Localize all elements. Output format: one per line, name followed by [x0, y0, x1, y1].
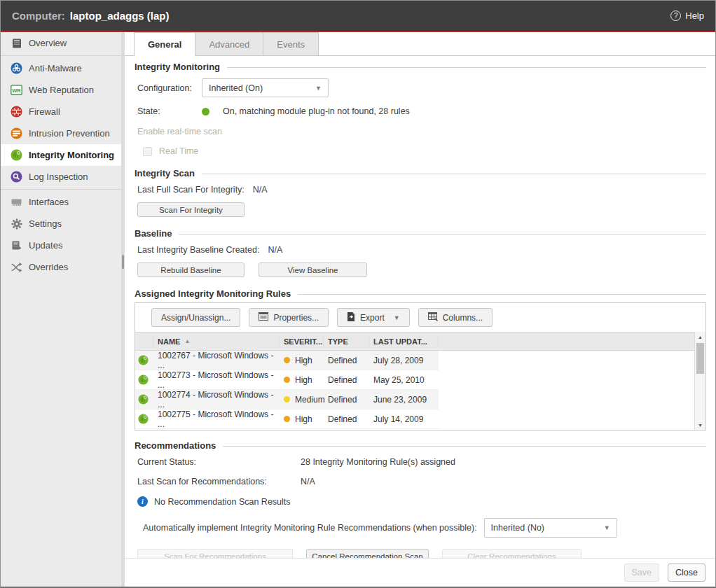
- sidebar-item-interfaces[interactable]: Interfaces: [1, 191, 121, 213]
- state-text: On, matching module plug-in not found, 2…: [223, 106, 410, 116]
- table-row[interactable]: 1002775 - Microsoft Windows - ...HighDef…: [135, 410, 694, 429]
- sidebar-item-label: Web Reputation: [29, 85, 94, 95]
- last-recommendation-scan-label: Last Scan for Recommendations:: [137, 477, 301, 486]
- properties-icon: [259, 312, 268, 323]
- computer-details-window: Computer: laptop_adaggs (lap) ? Help Ove…: [0, 0, 716, 588]
- chevron-down-icon: ▼: [394, 314, 400, 321]
- scan-for-recommendations-button[interactable]: Scan For Recommendations: [137, 549, 293, 558]
- chevron-down-icon: ▼: [315, 85, 322, 92]
- integrity-rule-icon: [135, 374, 153, 385]
- severity-dot: [284, 377, 290, 383]
- sidebar-item-label: Overview: [29, 38, 67, 48]
- title-prefix: Computer:: [12, 10, 65, 22]
- last-recommendation-scan-value: N/A: [301, 477, 315, 486]
- section-divider: [179, 234, 706, 234]
- rules-grid-body: 1002767 - Microsoft Windows - ...HighDef…: [135, 351, 694, 429]
- overview-icon: [11, 37, 22, 49]
- sidebar: OverviewAnti-MalwareWRWeb ReputationFire…: [1, 32, 125, 587]
- rules-toolbar: Assign/Unassign... Properties... Export …: [135, 303, 705, 332]
- scroll-up-arrow-icon[interactable]: ▲: [695, 332, 705, 342]
- properties-button[interactable]: Properties...: [249, 308, 329, 327]
- state-label: State:: [137, 106, 202, 116]
- tab-events[interactable]: Events: [263, 32, 319, 55]
- baseline-section-header: Baseline: [135, 228, 706, 239]
- cancel-recommendation-scan-button[interactable]: Cancel Recommendation Scan: [306, 549, 429, 558]
- table-vertical-scrollbar[interactable]: ▲ ▼: [694, 332, 705, 430]
- assign-unassign-button[interactable]: Assign/Unassign...: [151, 308, 240, 327]
- section-divider: [202, 174, 706, 174]
- export-button[interactable]: Export ▼: [337, 308, 410, 327]
- svg-text:WR: WR: [12, 88, 21, 94]
- sidebar-item-web-reputation[interactable]: WRWeb Reputation: [1, 79, 121, 101]
- scan-for-integrity-button[interactable]: Scan For Integrity: [137, 202, 245, 217]
- scrollbar-thumb[interactable]: [696, 343, 704, 374]
- rules-table-container: Assign/Unassign... Properties... Export …: [135, 302, 706, 430]
- scroll-down-arrow-icon[interactable]: ▼: [695, 420, 705, 430]
- column-header-name[interactable]: NAME ▲: [153, 335, 280, 347]
- rule-type-cell: Defined: [324, 414, 369, 424]
- rule-last-updated-cell: July 14, 2009: [369, 414, 439, 424]
- table-row[interactable]: 1002774 - Microsoft Windows - ...MediumD…: [135, 390, 694, 410]
- current-status-label: Current Status:: [137, 457, 301, 467]
- column-header-type[interactable]: TYPE: [324, 335, 369, 347]
- sidebar-item-log-inspection[interactable]: Log Inspection: [1, 166, 121, 188]
- column-header-icon[interactable]: [135, 335, 153, 347]
- rebuild-baseline-button[interactable]: Rebuild Baseline: [137, 262, 245, 277]
- tab-strip: General Advanced Events: [125, 32, 715, 56]
- sidebar-item-overview[interactable]: Overview: [1, 32, 121, 54]
- sidebar-item-settings[interactable]: Settings: [1, 213, 121, 234]
- rule-name-cell: 1002767 - Microsoft Windows - ...: [153, 351, 280, 370]
- intrusion-prevention-icon: [11, 127, 22, 139]
- view-baseline-button[interactable]: View Baseline: [259, 262, 367, 277]
- help-button[interactable]: ? Help: [670, 10, 704, 21]
- column-header-last-updated[interactable]: LAST UPDAT...: [369, 335, 439, 347]
- rule-type-cell: Defined: [324, 356, 369, 365]
- sidebar-item-label: Integrity Monitoring: [29, 150, 114, 160]
- sidebar-item-label: Log Inspection: [29, 172, 88, 182]
- rule-name-cell: 1002773 - Microsoft Windows - ...: [153, 370, 280, 390]
- computer-name: laptop_adaggs (lap): [70, 10, 170, 22]
- configuration-dropdown[interactable]: Inherited (On) ▼: [202, 78, 329, 97]
- export-icon: [347, 312, 355, 323]
- rule-name-cell: 1002774 - Microsoft Windows - ...: [153, 390, 280, 410]
- clear-recommendations-button[interactable]: Clear Recommendations: [442, 549, 581, 558]
- integrity-scan-section-header: Integrity Scan: [135, 168, 706, 178]
- sidebar-item-anti-malware[interactable]: Anti-Malware: [1, 57, 121, 79]
- assigned-rules-section-header: Assigned Integrity Monitoring Rules: [135, 288, 706, 299]
- severity-dot: [284, 357, 290, 363]
- rules-grid: NAME ▲ SEVERIT... TYPE LAST UPDAT... 100…: [135, 332, 705, 430]
- info-icon: i: [137, 496, 148, 507]
- sidebar-item-label: Anti-Malware: [29, 63, 82, 74]
- rule-severity-cell: High: [280, 375, 324, 385]
- tab-advanced[interactable]: Advanced: [195, 32, 263, 55]
- sidebar-divider: [1, 189, 121, 190]
- sidebar-item-updates[interactable]: Updates: [1, 234, 121, 256]
- severity-dot: [284, 396, 290, 402]
- web-reputation-icon: WR: [11, 84, 22, 96]
- sidebar-item-label: Updates: [29, 240, 62, 251]
- sidebar-item-intrusion-prevention[interactable]: Intrusion Prevention: [1, 122, 121, 144]
- sidebar-item-overrides[interactable]: Overrides: [1, 256, 121, 278]
- last-baseline-value: N/A: [268, 245, 282, 255]
- real-time-checkbox[interactable]: [143, 147, 152, 156]
- integrity-monitoring-icon: [11, 149, 22, 161]
- sidebar-item-firewall[interactable]: Firewall: [1, 101, 121, 122]
- tab-general[interactable]: General: [134, 32, 195, 55]
- table-row[interactable]: 1002767 - Microsoft Windows - ...HighDef…: [135, 351, 694, 370]
- sidebar-resize-handle[interactable]: [122, 255, 124, 269]
- severity-dot: [284, 416, 290, 422]
- close-button[interactable]: Close: [668, 564, 705, 582]
- auto-implement-dropdown[interactable]: Inherited (No) ▼: [484, 518, 617, 538]
- scrollbar-track[interactable]: [695, 342, 705, 420]
- sidebar-item-label: Firewall: [29, 106, 60, 117]
- rule-last-updated-cell: July 28, 2009: [369, 356, 439, 365]
- sidebar-item-label: Overrides: [29, 262, 68, 272]
- column-header-severity[interactable]: SEVERIT...: [280, 335, 324, 347]
- save-button[interactable]: Save: [624, 564, 660, 582]
- rule-last-updated-cell: June 23, 2009: [369, 395, 439, 405]
- last-full-scan-label: Last Full Scan For Integrity:: [137, 185, 245, 195]
- integrity-rule-icon: [135, 414, 153, 424]
- sidebar-item-integrity-monitoring[interactable]: Integrity Monitoring: [1, 144, 121, 166]
- columns-button[interactable]: Columns...: [418, 308, 493, 327]
- table-row[interactable]: 1002773 - Microsoft Windows - ...HighDef…: [135, 370, 694, 390]
